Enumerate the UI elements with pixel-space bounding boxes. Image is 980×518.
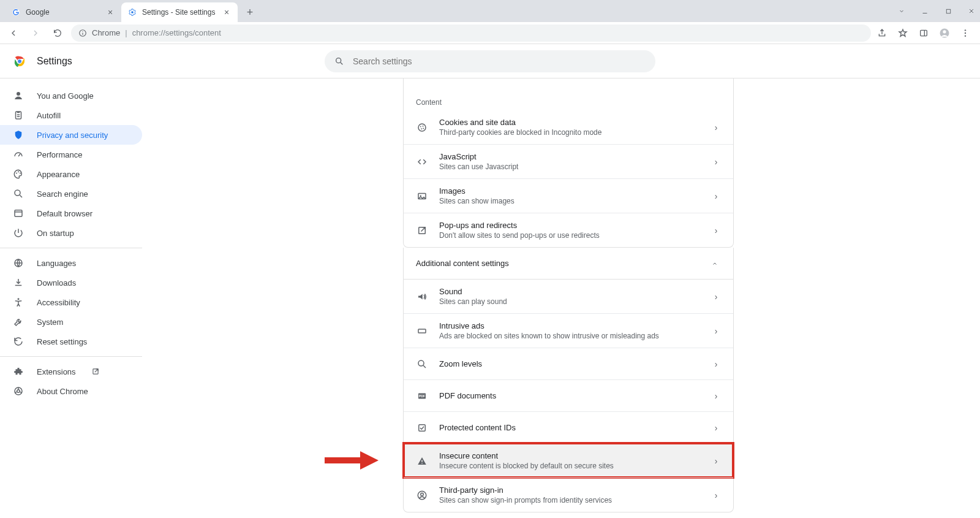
back-button[interactable] xyxy=(5,25,22,42)
assignment-icon xyxy=(12,109,24,121)
sidebar-item-languages[interactable]: Languages xyxy=(0,253,142,273)
globe-icon xyxy=(12,257,24,269)
row-subtitle: Don't allow sites to send pop-ups or use… xyxy=(439,231,700,240)
search-input[interactable] xyxy=(352,56,646,67)
setting-row-insecure[interactable]: Insecure contentInsecure content is bloc… xyxy=(404,443,733,478)
forward-button[interactable] xyxy=(27,25,44,42)
minimize-icon[interactable] xyxy=(919,5,931,17)
google-favicon xyxy=(11,7,21,17)
svg-point-17 xyxy=(18,171,19,172)
svg-point-13 xyxy=(336,58,341,63)
section-label-content: Content xyxy=(403,86,734,110)
additional-content-settings-toggle[interactable]: Additional content settings xyxy=(403,248,734,280)
sidebar-item-privacy[interactable]: Privacy and security xyxy=(0,125,142,145)
menu-icon[interactable] xyxy=(959,27,971,39)
sidebar-item-accessibility[interactable]: Accessibility xyxy=(0,292,142,312)
svg-marker-43 xyxy=(360,451,379,470)
new-tab-button[interactable]: + xyxy=(241,4,258,21)
sidebar-item-reset[interactable]: Reset settings xyxy=(0,332,142,351)
setting-row-zoom[interactable]: Zoom levels› xyxy=(404,348,733,379)
sidebar-item-about[interactable]: About Chrome xyxy=(0,381,142,401)
browser-tab-bar: Google × Settings - Site settings × + xyxy=(0,0,980,22)
sidebar-item-on_startup[interactable]: On startup xyxy=(0,223,142,243)
svg-rect-20 xyxy=(15,210,22,217)
svg-point-16 xyxy=(16,173,17,174)
maximize-icon[interactable] xyxy=(942,5,954,17)
setting-row-images[interactable]: ImagesSites can show images› xyxy=(404,178,733,213)
close-tab-icon[interactable]: × xyxy=(222,7,232,17)
browser-tab-settings[interactable]: Settings - Site settings × xyxy=(121,2,238,22)
row-subtitle: Sites can use Javascript xyxy=(439,162,700,171)
svg-point-30 xyxy=(423,128,424,129)
sidebar-item-downloads[interactable]: Downloads xyxy=(0,273,142,292)
setting-row-javascript[interactable]: JavaScriptSites can use Javascript› xyxy=(404,144,733,178)
setting-row-popups[interactable]: Pop-ups and redirectsDon't allow sites t… xyxy=(404,213,733,247)
sidebar-item-label: Search engine xyxy=(37,189,88,199)
svg-point-14 xyxy=(17,92,20,96)
window-controls xyxy=(895,0,978,22)
svg-point-9 xyxy=(965,35,966,36)
browser-toolbar: Chrome | chrome://settings/content xyxy=(0,22,980,44)
row-title: Sound xyxy=(439,287,700,296)
share-icon[interactable] xyxy=(876,27,888,39)
setting-row-protected[interactable]: Protected content IDs› xyxy=(404,411,733,443)
profile-avatar[interactable] xyxy=(938,27,951,39)
sidebar-item-label: System xyxy=(37,318,63,327)
setting-row-sound[interactable]: SoundSites can play sound› xyxy=(404,280,733,313)
chevron-right-icon: › xyxy=(711,157,721,167)
chevron-down-icon[interactable] xyxy=(895,5,908,17)
content-card: Cookies and site dataThird-party cookies… xyxy=(403,110,734,248)
chrome-icon xyxy=(12,385,24,397)
setting-row-cookies[interactable]: Cookies and site dataThird-party cookies… xyxy=(404,110,733,144)
row-title: Insecure content xyxy=(439,451,700,460)
search-icon xyxy=(416,358,428,370)
sidebar-item-performance[interactable]: Performance xyxy=(0,145,142,164)
close-window-icon[interactable] xyxy=(965,5,978,17)
row-title: Third-party sign-in xyxy=(439,486,700,495)
sidebar-item-label: Appearance xyxy=(37,170,80,179)
chevron-right-icon: › xyxy=(711,456,721,466)
cookie-icon xyxy=(416,121,428,134)
sidebar-item-appearance[interactable]: Appearance xyxy=(0,164,142,184)
side-panel-icon[interactable] xyxy=(918,27,930,39)
search-icon xyxy=(334,56,344,66)
browser-tab-google[interactable]: Google × xyxy=(5,2,121,22)
svg-point-1 xyxy=(131,11,134,13)
extension-icon xyxy=(12,365,24,378)
sidebar-item-label: Extensions xyxy=(37,367,76,376)
pdf-icon: PDF xyxy=(416,390,428,402)
row-title: Protected content IDs xyxy=(439,423,700,432)
omnibox-scheme: Chrome xyxy=(92,28,120,37)
chevron-right-icon: › xyxy=(711,226,721,235)
settings-sidebar: You and GoogleAutofillPrivacy and securi… xyxy=(0,78,157,518)
svg-point-41 xyxy=(421,493,424,496)
sidebar-item-extensions[interactable]: Extensions xyxy=(0,362,142,381)
sidebar-item-autofill[interactable]: Autofill xyxy=(0,105,142,125)
site-info-icon[interactable] xyxy=(78,29,87,37)
row-title: Pop-ups and redirects xyxy=(439,221,700,230)
close-tab-icon[interactable]: × xyxy=(105,7,115,17)
sidebar-item-system[interactable]: System xyxy=(0,312,142,332)
sidebar-item-label: Performance xyxy=(37,150,82,159)
reload-button[interactable] xyxy=(49,25,66,42)
open_in_new-icon xyxy=(416,224,428,237)
sidebar-item-default_browser[interactable]: Default browser xyxy=(0,204,142,223)
sidebar-item-label: Autofill xyxy=(37,111,61,120)
bookmark-icon[interactable] xyxy=(897,27,909,39)
search-settings-field[interactable] xyxy=(325,50,655,72)
svg-point-22 xyxy=(18,298,20,300)
setting-row-ads[interactable]: Intrusive adsAds are blocked on sites kn… xyxy=(404,313,733,348)
svg-rect-2 xyxy=(946,9,950,13)
row-subtitle: Sites can show images xyxy=(439,197,700,205)
setting-row-third_party_signin[interactable]: Third-party sign-inSites can show sign-i… xyxy=(404,478,733,512)
browser-icon xyxy=(12,207,24,219)
svg-point-29 xyxy=(421,128,422,129)
chevron-right-icon: › xyxy=(711,123,721,132)
setting-row-pdf[interactable]: PDFPDF documents› xyxy=(404,379,733,411)
sidebar-item-search_engine[interactable]: Search engine xyxy=(0,184,142,204)
shield-icon xyxy=(12,129,24,141)
chevron-right-icon: › xyxy=(711,423,721,433)
wrench-icon xyxy=(12,316,24,328)
sidebar-item-you[interactable]: You and Google xyxy=(0,86,142,105)
address-bar[interactable]: Chrome | chrome://settings/content xyxy=(71,25,871,42)
